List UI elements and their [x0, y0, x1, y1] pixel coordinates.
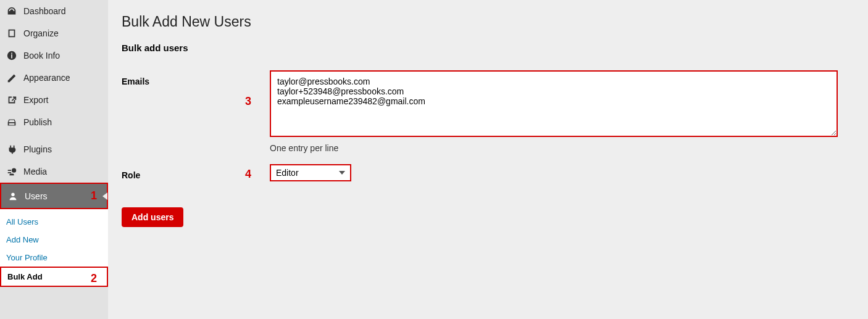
annotation-3: 3	[245, 95, 251, 107]
admin-sidebar: Dashboard Organize Book Info Appearance …	[0, 0, 108, 319]
svg-rect-1	[11, 54, 12, 58]
publish-icon	[6, 117, 17, 128]
dashboard-icon	[6, 6, 17, 17]
emails-row: Emails 3 One entry per line	[122, 70, 854, 153]
appearance-icon	[6, 72, 17, 83]
add-users-button[interactable]: Add users	[122, 207, 183, 227]
submenu-bulk-add[interactable]: Bulk Add 2	[0, 267, 108, 287]
sidebar-item-export[interactable]: Export	[0, 89, 108, 111]
sidebar-item-bookinfo[interactable]: Book Info	[0, 44, 108, 67]
sidebar-item-label: Media	[23, 167, 47, 176]
sidebar-item-publish[interactable]: Publish	[0, 111, 108, 133]
users-submenu: All Users Add New Your Profile Bulk Add …	[0, 209, 108, 287]
emails-textarea[interactable]	[270, 70, 838, 137]
sidebar-item-appearance[interactable]: Appearance	[0, 67, 108, 89]
annotation-4-col: 4	[245, 164, 270, 181]
sidebar-item-organize[interactable]: Organize	[0, 22, 108, 44]
sidebar-item-label: Appearance	[23, 73, 70, 83]
plugins-icon	[6, 144, 17, 155]
svg-rect-2	[11, 53, 12, 54]
emails-helper: One entry per line	[270, 143, 854, 153]
annotation-3-col: 3	[245, 70, 270, 108]
role-label: Role	[122, 164, 245, 180]
sidebar-item-users[interactable]: Users 1	[0, 183, 108, 209]
sidebar-item-media[interactable]: Media	[0, 160, 108, 183]
users-icon	[7, 191, 19, 202]
role-row: Role 4 Editor	[122, 164, 854, 181]
sidebar-item-dashboard[interactable]: Dashboard	[0, 0, 108, 22]
sidebar-item-label: Plugins	[23, 144, 52, 154]
sidebar-item-label: Publish	[23, 117, 52, 127]
annotation-2: 2	[91, 272, 101, 285]
sidebar-item-label: Users	[25, 191, 48, 201]
section-title: Bulk add users	[122, 43, 854, 53]
role-select[interactable]: Editor	[270, 164, 351, 181]
svg-point-3	[11, 193, 14, 196]
info-icon	[6, 50, 17, 61]
role-field-wrap: Editor	[270, 164, 854, 181]
sidebar-item-label: Book Info	[23, 51, 60, 60]
export-icon	[6, 94, 17, 106]
submenu-your-profile[interactable]: Your Profile	[0, 249, 108, 267]
sidebar-spacer	[0, 133, 108, 138]
annotation-1: 1	[91, 189, 101, 202]
sidebar-item-label: Organize	[23, 28, 59, 38]
main-content: Bulk Add New Users Bulk add users Emails…	[108, 0, 868, 319]
organize-icon	[6, 28, 17, 39]
sidebar-item-plugins[interactable]: Plugins	[0, 138, 108, 160]
annotation-4: 4	[245, 168, 251, 180]
media-icon	[6, 166, 17, 177]
submenu-all-users[interactable]: All Users	[0, 213, 108, 231]
submenu-add-new[interactable]: Add New	[0, 231, 108, 249]
sidebar-item-label: Dashboard	[23, 6, 66, 16]
sidebar-item-label: Export	[23, 95, 48, 105]
page-title: Bulk Add New Users	[122, 14, 854, 30]
emails-label: Emails	[122, 70, 245, 86]
emails-field-wrap: One entry per line	[270, 70, 854, 153]
